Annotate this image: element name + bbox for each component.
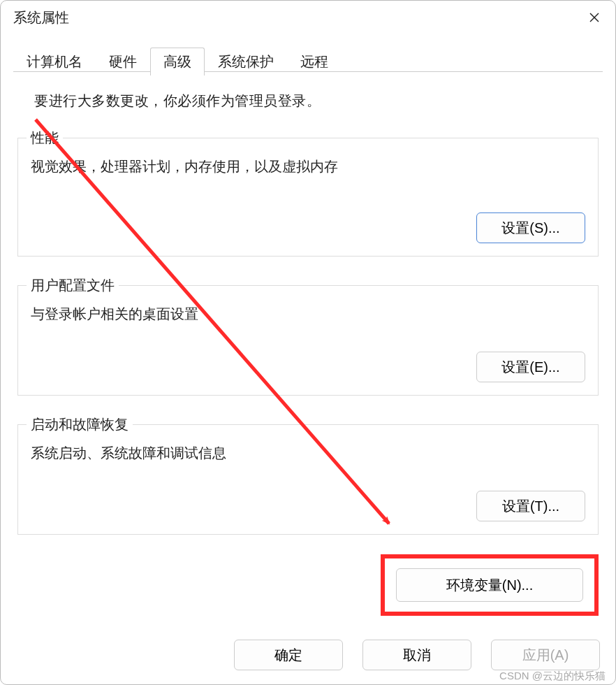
performance-settings-button[interactable]: 设置(S)... [476,212,585,243]
apply-button[interactable]: 应用(A) [491,640,600,670]
close-button[interactable] [579,5,610,30]
ok-button[interactable]: 确定 [234,640,343,670]
group-user-profiles: 用户配置文件 与登录帐户相关的桌面设置 设置(E)... [17,276,599,396]
user-profiles-settings-button[interactable]: 设置(E)... [476,352,585,382]
group-performance-legend: 性能 [27,129,63,147]
group-startup-recovery: 启动和故障恢复 系统启动、系统故障和调试信息 设置(T)... [17,415,599,535]
startup-recovery-settings-button[interactable]: 设置(T)... [476,491,585,521]
titlebar: 系统属性 [1,1,615,34]
admin-note: 要进行大多数更改，你必须作为管理员登录。 [17,79,599,129]
tab-advanced[interactable]: 高级 [150,48,205,75]
watermark: CSDN @云边的快乐猫 [499,670,606,683]
group-startup-recovery-legend: 启动和故障恢复 [27,415,133,434]
group-performance-desc: 视觉效果，处理器计划，内存使用，以及虚拟内存 [18,147,598,176]
group-user-profiles-desc: 与登录帐户相关的桌面设置 [18,295,598,324]
cancel-button[interactable]: 取消 [362,640,471,670]
group-user-profiles-legend: 用户配置文件 [27,276,119,295]
tab-underline [13,71,603,72]
close-icon [589,12,600,23]
tab-content: 要进行大多数更改，你必须作为管理员登录。 性能 视觉效果，处理器计划，内存使用，… [17,79,599,628]
window-title: 系统属性 [13,8,69,27]
group-startup-recovery-desc: 系统启动、系统故障和调试信息 [18,434,598,463]
env-row: 环境变量(N)... [17,554,599,616]
environment-variables-button[interactable]: 环境变量(N)... [396,568,583,602]
system-properties-window: 系统属性 计算机名 硬件 高级 系统保护 远程 要进行大多数更改，你必须作为管理… [0,0,616,685]
tab-strip: 计算机名 硬件 高级 系统保护 远程 [1,34,615,75]
group-performance: 性能 视觉效果，处理器计划，内存使用，以及虚拟内存 设置(S)... [17,129,599,257]
dialog-button-row: 确定 取消 应用(A) [234,640,600,670]
env-highlight-box: 环境变量(N)... [381,554,599,616]
